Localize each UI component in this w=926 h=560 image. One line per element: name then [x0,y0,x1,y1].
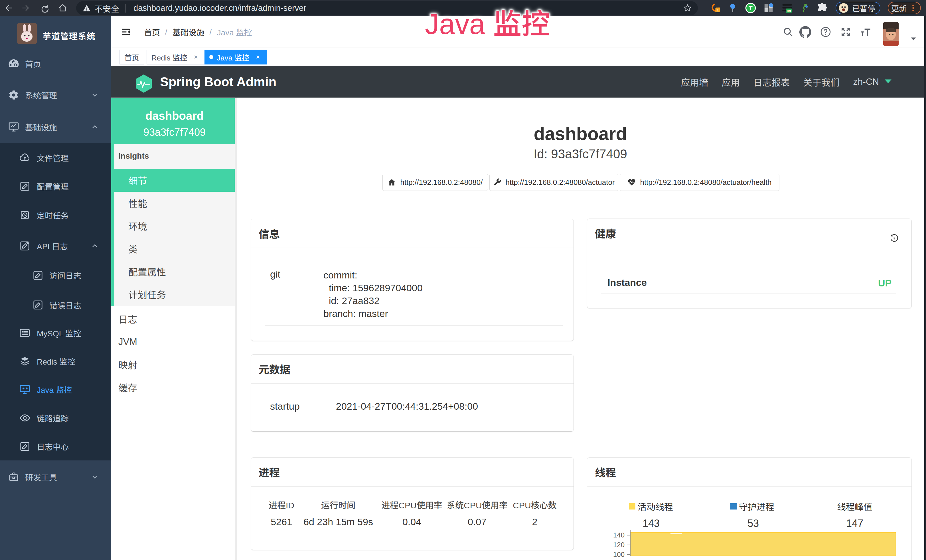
svg-text:1: 1 [717,8,719,12]
svg-text:on: on [787,9,791,13]
